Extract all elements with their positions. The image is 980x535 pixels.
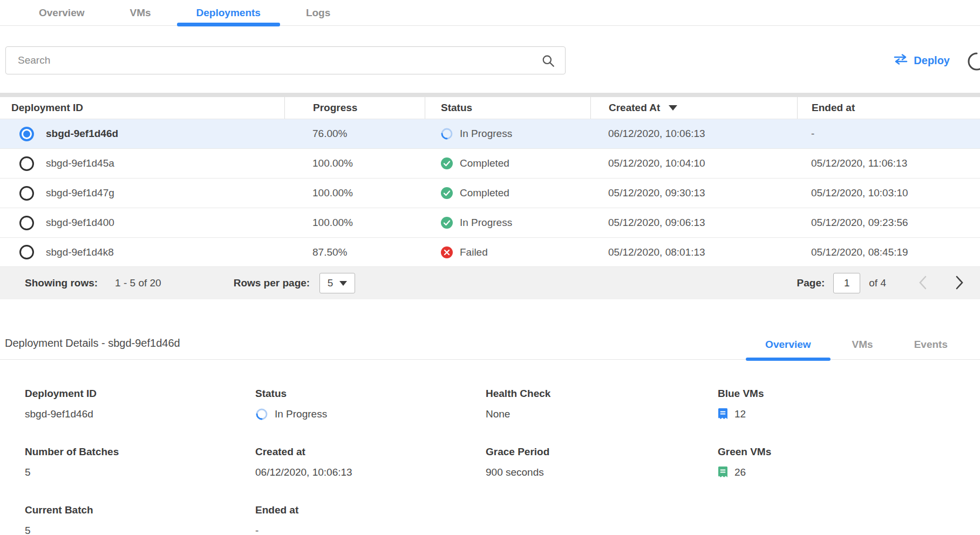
detail-field-value: 26 bbox=[734, 467, 746, 478]
refresh-button[interactable] bbox=[966, 49, 980, 72]
details-tab-events[interactable]: Events bbox=[894, 339, 968, 359]
tab-overview-label: Overview bbox=[39, 7, 85, 19]
detail-field-label: Health Check bbox=[486, 388, 718, 400]
row-radio-button[interactable] bbox=[19, 127, 34, 141]
column-header-created-at[interactable]: Created At bbox=[590, 97, 797, 119]
deployments-table: Deployment ID Progress Status Created At… bbox=[0, 93, 980, 299]
ended-at-value: 05/12/2020, 10:03:10 bbox=[797, 187, 980, 199]
table-row[interactable]: sbgd-9ef1d46d 76.00% In Progress 06/12/2… bbox=[0, 119, 980, 148]
detail-field: Current Batch 5 bbox=[25, 504, 255, 535]
table-header: Deployment ID Progress Status Created At… bbox=[0, 93, 980, 119]
chevron-left-icon bbox=[918, 276, 927, 291]
progress-value: 76.00% bbox=[284, 128, 425, 140]
detail-field: Blue VMs 12 bbox=[718, 388, 980, 421]
deploy-button[interactable]: Deploy bbox=[893, 53, 950, 68]
rows-per-page-select[interactable]: 5 bbox=[319, 273, 355, 293]
detail-field-label: Number of Batches bbox=[25, 446, 255, 458]
deployment-id-value: sbgd-9ef1d47g bbox=[46, 187, 114, 199]
detail-field: Health Check None bbox=[486, 388, 718, 421]
progress-value: 100.00% bbox=[284, 217, 425, 229]
detail-field-value: 900 seconds bbox=[486, 467, 544, 478]
deploy-button-label: Deploy bbox=[914, 54, 950, 67]
search-input[interactable] bbox=[6, 47, 565, 74]
column-header-label: Deployment ID bbox=[11, 102, 83, 114]
detail-field-value: 12 bbox=[734, 408, 746, 420]
created-at-value: 05/12/2020, 08:01:13 bbox=[590, 246, 797, 258]
row-radio-button[interactable] bbox=[19, 216, 34, 230]
status-label: In Progress bbox=[460, 217, 512, 229]
detail-field: Number of Batches 5 bbox=[25, 446, 255, 479]
sort-desc-icon bbox=[669, 105, 677, 111]
detail-field: Ended at - bbox=[255, 504, 486, 535]
column-header-progress[interactable]: Progress bbox=[284, 97, 425, 119]
detail-field-label: Blue VMs bbox=[718, 388, 980, 400]
row-radio-button[interactable] bbox=[19, 245, 34, 259]
details-tab-overview[interactable]: Overview bbox=[745, 339, 832, 359]
detail-field-value: None bbox=[486, 408, 510, 420]
column-header-ended-at[interactable]: Ended at bbox=[797, 97, 980, 119]
status-label: In Progress bbox=[460, 128, 512, 140]
tab-vms-label: VMs bbox=[130, 7, 151, 19]
detail-field-value: 5 bbox=[25, 467, 31, 478]
top-tabs: Overview VMs Deployments Logs bbox=[0, 0, 980, 26]
progress-value: 100.00% bbox=[284, 187, 425, 199]
tab-deployments[interactable]: Deployments bbox=[174, 0, 283, 25]
in-progress-spinner-icon bbox=[255, 408, 268, 421]
completed-check-icon bbox=[440, 187, 453, 200]
details-tab-vms[interactable]: VMs bbox=[832, 339, 894, 359]
table-row[interactable]: sbgd-9ef1d400 100.00% In Progress 05/12/… bbox=[0, 208, 980, 237]
page-number-input[interactable] bbox=[833, 273, 860, 293]
created-at-value: 05/12/2020, 10:04:10 bbox=[590, 157, 797, 169]
table-footer: Showing rows: 1 - 5 of 20 Rows per page:… bbox=[0, 267, 980, 299]
table-row[interactable]: sbgd-9ef1d4k8 87.50% Failed 05/12/2020, … bbox=[0, 237, 980, 267]
rows-per-page-value: 5 bbox=[328, 277, 334, 289]
deployment-id-value: sbgd-9ef1d400 bbox=[46, 217, 114, 229]
column-header-label: Progress bbox=[313, 102, 357, 114]
details-grid: Deployment ID sbgd-9ef1d46d Status In Pr… bbox=[0, 360, 980, 535]
detail-field-label: Status bbox=[255, 388, 486, 400]
details-tab-overview-label: Overview bbox=[765, 339, 811, 350]
page-label: Page: bbox=[797, 277, 825, 289]
status-label: Completed bbox=[460, 187, 509, 199]
row-radio-button[interactable] bbox=[19, 156, 34, 171]
detail-field: Deployment ID sbgd-9ef1d46d bbox=[25, 388, 255, 421]
tab-vms[interactable]: VMs bbox=[107, 0, 174, 25]
green-vm-icon bbox=[718, 466, 728, 479]
detail-field: Created at 06/12/2020, 10:06:13 bbox=[255, 446, 486, 479]
detail-field-value: 06/12/2020, 10:06:13 bbox=[255, 467, 352, 478]
chevron-right-icon bbox=[955, 276, 964, 291]
detail-field-value: sbgd-9ef1d46d bbox=[25, 408, 93, 420]
details-tab-vms-label: VMs bbox=[852, 339, 873, 350]
next-page-button[interactable] bbox=[953, 273, 966, 293]
chevron-down-icon bbox=[339, 281, 347, 286]
tab-deployments-label: Deployments bbox=[196, 7, 261, 19]
failed-x-icon bbox=[440, 246, 453, 259]
details-title: Deployment Details - sbgd-9ef1d46d bbox=[0, 337, 180, 359]
column-header-deployment-id[interactable]: Deployment ID bbox=[0, 97, 284, 119]
detail-field: Grace Period 900 seconds bbox=[486, 446, 718, 479]
swap-arrows-icon bbox=[893, 53, 908, 68]
deployment-id-value: sbgd-9ef1d4k8 bbox=[46, 246, 114, 258]
search-icon bbox=[541, 54, 555, 68]
ended-at-value: 05/12/2020, 09:23:56 bbox=[797, 217, 980, 229]
page-total-label: of 4 bbox=[869, 277, 886, 289]
tab-logs-label: Logs bbox=[306, 7, 330, 19]
detail-field-value: - bbox=[255, 525, 258, 535]
table-row[interactable]: sbgd-9ef1d45a 100.00% Completed 05/12/20… bbox=[0, 148, 980, 178]
showing-rows-label: Showing rows: bbox=[25, 277, 98, 289]
table-body: sbgd-9ef1d46d 76.00% In Progress 06/12/2… bbox=[0, 119, 980, 267]
search-box bbox=[5, 46, 566, 74]
table-row[interactable]: sbgd-9ef1d47g 100.00% Completed 05/12/20… bbox=[0, 178, 980, 208]
tab-overview[interactable]: Overview bbox=[16, 0, 107, 25]
tab-logs[interactable]: Logs bbox=[283, 0, 353, 25]
ended-at-value: - bbox=[797, 128, 980, 140]
previous-page-button[interactable] bbox=[916, 273, 929, 293]
ended-at-value: 05/12/2020, 08:45:19 bbox=[797, 246, 980, 258]
created-at-value: 06/12/2020, 10:06:13 bbox=[590, 128, 797, 140]
row-radio-button[interactable] bbox=[19, 186, 34, 201]
ended-at-value: 05/12/2020, 11:06:13 bbox=[797, 157, 980, 169]
completed-check-icon bbox=[440, 216, 453, 229]
column-header-status[interactable]: Status bbox=[425, 97, 590, 119]
deployment-id-value: sbgd-9ef1d46d bbox=[46, 128, 118, 140]
created-at-value: 05/12/2020, 09:06:13 bbox=[590, 217, 797, 229]
